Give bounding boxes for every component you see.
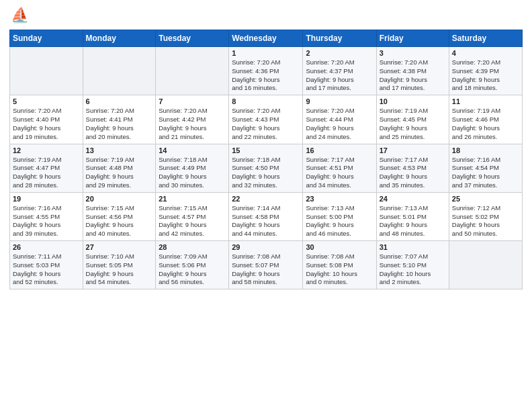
day-number: 31 xyxy=(380,243,446,251)
day-cell xyxy=(156,47,229,95)
day-number: 8 xyxy=(232,97,300,105)
day-cell: 27Sunrise: 7:10 AM Sunset: 5:05 PM Dayli… xyxy=(83,241,156,289)
week-row-1: 1Sunrise: 7:20 AM Sunset: 4:36 PM Daylig… xyxy=(10,47,523,95)
day-info: Sunrise: 7:15 AM Sunset: 4:57 PM Dayligh… xyxy=(159,204,226,238)
day-cell: 20Sunrise: 7:15 AM Sunset: 4:56 PM Dayli… xyxy=(83,192,156,240)
day-info: Sunrise: 7:18 AM Sunset: 4:50 PM Dayligh… xyxy=(232,156,300,190)
day-cell: 15Sunrise: 7:18 AM Sunset: 4:50 PM Dayli… xyxy=(229,144,303,192)
day-number: 17 xyxy=(380,146,446,154)
svg-text:⛵: ⛵ xyxy=(11,7,28,24)
day-cell: 30Sunrise: 7:08 AM Sunset: 5:08 PM Dayli… xyxy=(303,241,376,289)
header: ⛵ xyxy=(9,7,523,26)
day-number: 13 xyxy=(86,146,153,154)
day-info: Sunrise: 7:16 AM Sunset: 4:54 PM Dayligh… xyxy=(452,156,519,190)
day-number: 20 xyxy=(86,195,153,203)
day-cell xyxy=(449,241,522,289)
day-cell: 19Sunrise: 7:16 AM Sunset: 4:55 PM Dayli… xyxy=(10,192,83,240)
day-number: 9 xyxy=(306,97,373,105)
day-info: Sunrise: 7:08 AM Sunset: 5:08 PM Dayligh… xyxy=(306,253,373,287)
day-cell: 5Sunrise: 7:20 AM Sunset: 4:40 PM Daylig… xyxy=(10,95,83,144)
day-cell: 31Sunrise: 7:07 AM Sunset: 5:10 PM Dayli… xyxy=(376,241,449,289)
day-header-sunday: Sunday xyxy=(10,30,83,47)
day-info: Sunrise: 7:16 AM Sunset: 4:55 PM Dayligh… xyxy=(13,204,80,238)
day-number: 29 xyxy=(232,243,300,251)
day-info: Sunrise: 7:18 AM Sunset: 4:49 PM Dayligh… xyxy=(159,156,226,190)
day-number: 21 xyxy=(159,195,226,203)
day-number: 18 xyxy=(452,146,519,154)
day-header-saturday: Saturday xyxy=(449,30,522,47)
day-number: 22 xyxy=(232,195,300,203)
day-cell: 4Sunrise: 7:20 AM Sunset: 4:39 PM Daylig… xyxy=(449,47,522,95)
day-info: Sunrise: 7:17 AM Sunset: 4:53 PM Dayligh… xyxy=(380,156,446,190)
day-info: Sunrise: 7:13 AM Sunset: 5:00 PM Dayligh… xyxy=(306,204,373,238)
day-info: Sunrise: 7:20 AM Sunset: 4:38 PM Dayligh… xyxy=(380,58,446,93)
day-info: Sunrise: 7:20 AM Sunset: 4:44 PM Dayligh… xyxy=(306,107,373,141)
day-number: 11 xyxy=(452,97,519,105)
day-info: Sunrise: 7:19 AM Sunset: 4:48 PM Dayligh… xyxy=(86,156,153,190)
day-info: Sunrise: 7:20 AM Sunset: 4:37 PM Dayligh… xyxy=(306,58,373,93)
day-number: 27 xyxy=(86,243,153,251)
week-row-4: 19Sunrise: 7:16 AM Sunset: 4:55 PM Dayli… xyxy=(10,192,523,240)
day-number: 16 xyxy=(306,146,373,154)
day-cell: 21Sunrise: 7:15 AM Sunset: 4:57 PM Dayli… xyxy=(156,192,229,240)
day-header-friday: Friday xyxy=(376,30,449,47)
day-number: 24 xyxy=(380,195,446,203)
day-number: 28 xyxy=(159,243,226,251)
day-info: Sunrise: 7:20 AM Sunset: 4:41 PM Dayligh… xyxy=(86,107,153,141)
day-number: 26 xyxy=(13,243,80,251)
day-header-monday: Monday xyxy=(83,30,156,47)
day-cell: 18Sunrise: 7:16 AM Sunset: 4:54 PM Dayli… xyxy=(449,144,522,192)
page: ⛵ SundayMondayTuesdayWednesdayThursdayFr… xyxy=(0,0,532,411)
day-cell: 23Sunrise: 7:13 AM Sunset: 5:00 PM Dayli… xyxy=(303,192,376,240)
day-info: Sunrise: 7:13 AM Sunset: 5:01 PM Dayligh… xyxy=(380,204,446,238)
day-cell xyxy=(10,47,83,95)
day-number: 30 xyxy=(306,243,373,251)
day-info: Sunrise: 7:19 AM Sunset: 4:45 PM Dayligh… xyxy=(380,107,446,141)
day-number: 2 xyxy=(306,49,373,57)
day-number: 3 xyxy=(380,49,446,57)
day-cell: 9Sunrise: 7:20 AM Sunset: 4:44 PM Daylig… xyxy=(303,95,376,144)
day-info: Sunrise: 7:20 AM Sunset: 4:39 PM Dayligh… xyxy=(452,58,519,93)
day-number: 19 xyxy=(13,195,80,203)
day-info: Sunrise: 7:11 AM Sunset: 5:03 PM Dayligh… xyxy=(13,253,80,287)
day-number: 1 xyxy=(232,49,300,57)
day-info: Sunrise: 7:10 AM Sunset: 5:05 PM Dayligh… xyxy=(86,253,153,287)
day-info: Sunrise: 7:19 AM Sunset: 4:46 PM Dayligh… xyxy=(452,107,519,141)
day-cell: 10Sunrise: 7:19 AM Sunset: 4:45 PM Dayli… xyxy=(376,95,449,144)
day-number: 23 xyxy=(306,195,373,203)
day-cell: 1Sunrise: 7:20 AM Sunset: 4:36 PM Daylig… xyxy=(229,47,303,95)
calendar-table: SundayMondayTuesdayWednesdayThursdayFrid… xyxy=(9,30,523,289)
day-cell: 13Sunrise: 7:19 AM Sunset: 4:48 PM Dayli… xyxy=(83,144,156,192)
day-cell: 11Sunrise: 7:19 AM Sunset: 4:46 PM Dayli… xyxy=(449,95,522,144)
day-header-wednesday: Wednesday xyxy=(229,30,303,47)
day-cell: 25Sunrise: 7:12 AM Sunset: 5:02 PM Dayli… xyxy=(449,192,522,240)
week-row-2: 5Sunrise: 7:20 AM Sunset: 4:40 PM Daylig… xyxy=(10,95,523,144)
day-cell: 6Sunrise: 7:20 AM Sunset: 4:41 PM Daylig… xyxy=(83,95,156,144)
day-number: 15 xyxy=(232,146,300,154)
day-cell: 14Sunrise: 7:18 AM Sunset: 4:49 PM Dayli… xyxy=(156,144,229,192)
day-info: Sunrise: 7:20 AM Sunset: 4:42 PM Dayligh… xyxy=(159,107,226,141)
day-info: Sunrise: 7:08 AM Sunset: 5:07 PM Dayligh… xyxy=(232,253,300,287)
week-row-5: 26Sunrise: 7:11 AM Sunset: 5:03 PM Dayli… xyxy=(10,241,523,289)
day-info: Sunrise: 7:14 AM Sunset: 4:58 PM Dayligh… xyxy=(232,204,300,238)
day-cell: 16Sunrise: 7:17 AM Sunset: 4:51 PM Dayli… xyxy=(303,144,376,192)
day-cell: 17Sunrise: 7:17 AM Sunset: 4:53 PM Dayli… xyxy=(376,144,449,192)
day-cell: 24Sunrise: 7:13 AM Sunset: 5:01 PM Dayli… xyxy=(376,192,449,240)
day-info: Sunrise: 7:20 AM Sunset: 4:43 PM Dayligh… xyxy=(232,107,300,141)
day-cell: 26Sunrise: 7:11 AM Sunset: 5:03 PM Dayli… xyxy=(10,241,83,289)
day-number: 5 xyxy=(13,97,80,105)
day-number: 12 xyxy=(13,146,80,154)
week-row-3: 12Sunrise: 7:19 AM Sunset: 4:47 PM Dayli… xyxy=(10,144,523,192)
logo: ⛵ xyxy=(9,7,30,26)
day-cell: 22Sunrise: 7:14 AM Sunset: 4:58 PM Dayli… xyxy=(229,192,303,240)
day-number: 25 xyxy=(452,195,519,203)
day-number: 6 xyxy=(86,97,153,105)
day-cell: 12Sunrise: 7:19 AM Sunset: 4:47 PM Dayli… xyxy=(10,144,83,192)
day-cell: 7Sunrise: 7:20 AM Sunset: 4:42 PM Daylig… xyxy=(156,95,229,144)
day-info: Sunrise: 7:17 AM Sunset: 4:51 PM Dayligh… xyxy=(306,156,373,190)
day-info: Sunrise: 7:15 AM Sunset: 4:56 PM Dayligh… xyxy=(86,204,153,238)
day-header-tuesday: Tuesday xyxy=(156,30,229,47)
day-cell: 8Sunrise: 7:20 AM Sunset: 4:43 PM Daylig… xyxy=(229,95,303,144)
day-header-thursday: Thursday xyxy=(303,30,376,47)
day-number: 10 xyxy=(380,97,446,105)
